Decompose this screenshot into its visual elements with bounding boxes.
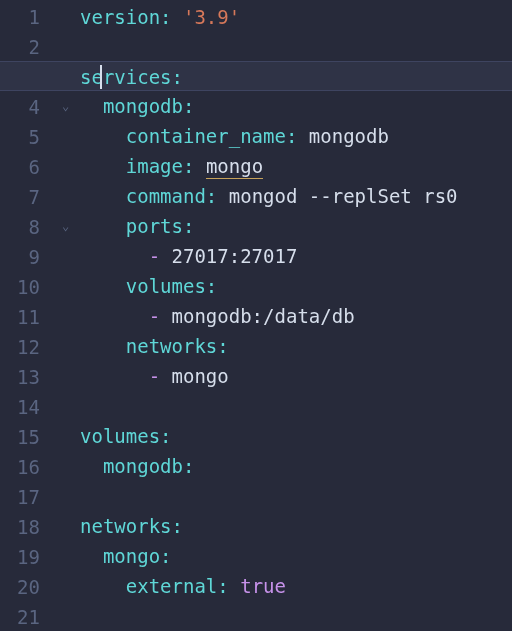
line-number: 19 — [0, 542, 40, 572]
code-line[interactable] — [80, 32, 512, 62]
code-line[interactable]: - mongo — [80, 361, 512, 391]
fold-slot — [62, 392, 80, 422]
fold-slot — [62, 272, 80, 302]
line-number: 1 — [0, 2, 40, 32]
code-editor[interactable]: 123456789101112131415161718192021 ⌄⌄⌄ ve… — [0, 0, 512, 631]
token: mongo — [172, 365, 229, 387]
token: services — [80, 66, 172, 88]
token: mongodb — [103, 455, 183, 477]
token: container_name — [126, 125, 286, 147]
token: : — [172, 515, 183, 537]
token: version — [80, 6, 160, 28]
fold-slot — [62, 32, 80, 62]
fold-slot: ⌄ — [62, 92, 80, 122]
token: true — [240, 575, 286, 597]
line-number: 18 — [0, 512, 40, 542]
line-number: 15 — [0, 422, 40, 452]
line-number: 11 — [0, 302, 40, 332]
token: mongodb — [309, 125, 389, 147]
code-line[interactable]: networks: — [80, 331, 512, 361]
token: networks — [126, 335, 218, 357]
code-line[interactable]: mongodb: — [80, 91, 512, 121]
code-line[interactable]: version: '3.9' — [80, 2, 512, 32]
token: volumes — [80, 425, 160, 447]
fold-slot: ⌄ — [62, 212, 80, 242]
line-number: 20 — [0, 572, 40, 602]
code-line[interactable]: mongodb: — [80, 451, 512, 481]
token: : — [217, 575, 228, 597]
line-number: 8 — [0, 212, 40, 242]
code-line[interactable]: volumes: — [80, 421, 512, 451]
token: : — [183, 95, 194, 117]
code-line[interactable]: services: — [0, 61, 512, 91]
code-line[interactable]: image: mongo — [80, 151, 512, 181]
token: ports — [126, 215, 183, 237]
fold-slot — [62, 452, 80, 482]
token: : — [160, 545, 171, 567]
code-line[interactable] — [80, 391, 512, 421]
token: '3.9' — [183, 6, 240, 28]
line-number: 6 — [0, 152, 40, 182]
token: : — [183, 155, 194, 177]
fold-slot — [62, 242, 80, 272]
token: : — [206, 185, 217, 207]
fold-chevron-icon[interactable]: ⌄ — [62, 211, 69, 241]
token: : — [172, 66, 183, 88]
token: : — [160, 6, 171, 28]
token: command — [126, 185, 206, 207]
line-number: 17 — [0, 482, 40, 512]
token: : — [206, 275, 217, 297]
code-line[interactable]: container_name: mongodb — [80, 121, 512, 151]
token: : — [160, 425, 171, 447]
fold-slot — [62, 152, 80, 182]
token: mongodb — [103, 95, 183, 117]
code-area[interactable]: version: '3.9'services: mongodb: contain… — [80, 0, 512, 631]
code-line[interactable]: - 27017:27017 — [80, 241, 512, 271]
code-line[interactable]: - mongodb:/data/db — [80, 301, 512, 331]
token: : — [183, 215, 194, 237]
token: : — [286, 125, 297, 147]
token: 27017:27017 — [172, 245, 298, 267]
line-number: 16 — [0, 452, 40, 482]
fold-chevron-icon[interactable]: ⌄ — [62, 91, 69, 121]
fold-slot — [62, 182, 80, 212]
line-number: 9 — [0, 242, 40, 272]
code-line[interactable]: ports: — [80, 211, 512, 241]
line-number: 5 — [0, 122, 40, 152]
fold-slot — [62, 602, 80, 631]
token: mongod --replSet rs0 — [229, 185, 458, 207]
line-number: 7 — [0, 182, 40, 212]
fold-column[interactable]: ⌄⌄⌄ — [62, 0, 80, 631]
token: mongodb:/data/db — [172, 305, 355, 327]
code-line[interactable]: command: mongod --replSet rs0 — [80, 181, 512, 211]
token: : — [183, 455, 194, 477]
code-line[interactable]: external: true — [80, 571, 512, 601]
code-line[interactable] — [80, 481, 512, 511]
fold-slot — [62, 512, 80, 542]
line-number: 12 — [0, 332, 40, 362]
fold-slot — [62, 362, 80, 392]
code-line[interactable]: networks: — [80, 511, 512, 541]
fold-slot — [62, 302, 80, 332]
code-line[interactable] — [80, 601, 512, 631]
token: : — [217, 335, 228, 357]
line-number: 4 — [0, 92, 40, 122]
token: mongo — [206, 155, 263, 179]
fold-slot — [62, 2, 80, 32]
fold-slot — [62, 542, 80, 572]
code-line[interactable]: mongo: — [80, 541, 512, 571]
fold-slot — [62, 332, 80, 362]
line-number-gutter: 123456789101112131415161718192021 — [0, 0, 62, 631]
token: external — [126, 575, 218, 597]
token: mongo — [103, 545, 160, 567]
token: volumes — [126, 275, 206, 297]
code-line[interactable]: volumes: — [80, 271, 512, 301]
token: - — [149, 245, 160, 267]
text-cursor — [100, 65, 102, 89]
fold-slot — [62, 572, 80, 602]
line-number: 13 — [0, 362, 40, 392]
fold-slot — [62, 422, 80, 452]
line-number: 21 — [0, 602, 40, 631]
token: - — [149, 365, 160, 387]
token: image — [126, 155, 183, 177]
